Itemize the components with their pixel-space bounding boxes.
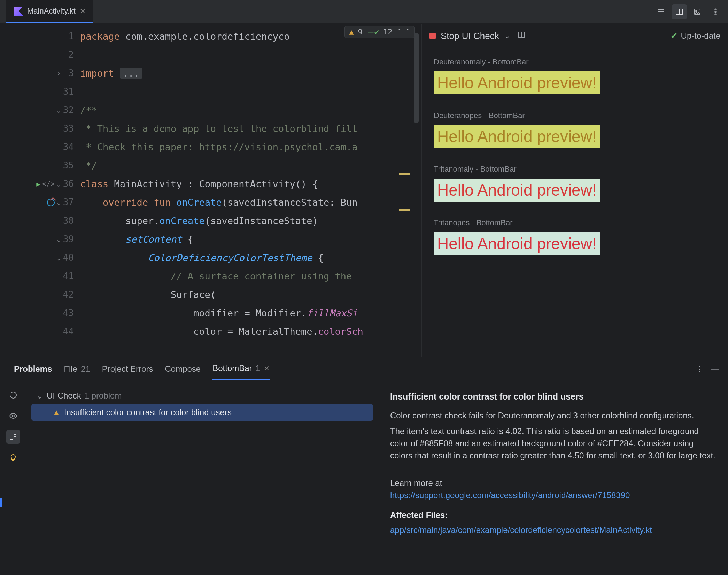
line-number: 41 [63,271,74,281]
inspection-next-icon[interactable]: ˇ [405,27,410,36]
fold-icon[interactable]: ⌄ [57,249,61,267]
preview-item[interactable]: Deuteranomaly - BottomBar Hello Android … [434,57,716,94]
stop-ui-check-button[interactable]: Stop UI Check [441,31,499,41]
editor-gutter: 1 2 ›3 31 ⌄32 33 34 35 ▶</>⌄36 ⌄37 38 ⌄3… [0,24,80,357]
preview-item-title: Tritanomaly - BottomBar [434,165,716,174]
refresh-button[interactable] [6,388,20,402]
fold-icon[interactable]: ⌄ [57,193,61,212]
preview-dropdown-icon[interactable]: ⌄ [504,31,510,40]
problems-file-tab[interactable]: File21 [64,357,90,380]
fold-icon[interactable]: ⌄ [57,230,61,249]
line-number: 34 [63,142,74,152]
preview-item-title: Tritanopes - BottomBar [434,218,716,227]
problems-tree[interactable]: ⌄ UI Check 1 problem ▲ Insufficient colo… [26,380,378,575]
weak-warning-icon: ⸺✔ [367,27,379,36]
line-number: 2 [68,49,74,60]
affected-files-heading: Affected Files: [390,509,716,521]
compose-preview-pane: Stop UI Check ⌄ ✔ Up-to-date Deuteranoma… [421,24,728,357]
svg-point-5 [715,11,716,12]
line-number: 44 [63,326,74,337]
svg-point-3 [696,10,697,12]
svg-rect-10 [10,434,13,440]
code-editor[interactable]: 1 2 ›3 31 ⌄32 33 34 35 ▶</>⌄36 ⌄37 38 ⌄3… [0,24,421,357]
preview-item[interactable]: Tritanopes - BottomBar Hello Android pre… [434,218,716,255]
line-number: 43 [63,308,74,318]
code-token: (savedInstanceState) [205,215,318,226]
preview-status: ✔ Up-to-date [671,31,720,41]
problems-tabbar: Problems File21 Project Errors Compose B… [0,357,728,380]
problems-issue-row[interactable]: ▲ Insufficient color contrast for color … [31,404,373,421]
view-split-button[interactable] [672,4,687,19]
problems-tab[interactable]: Problems [14,357,52,380]
check-icon: ✔ [671,31,677,41]
view-design-only-button[interactable] [690,4,705,19]
svg-rect-8 [522,32,525,38]
svg-point-9 [12,415,14,417]
preview-body[interactable]: Deuteranomaly - BottomBar Hello Android … [422,48,728,357]
code-token: override fun [103,197,176,208]
editor-scrollbar[interactable] [414,33,419,123]
code-token: super. [80,215,160,226]
editor-hint-marker [399,173,410,175]
preview-layout-button[interactable] [515,29,528,43]
folded-region[interactable]: ... [120,68,142,79]
preview-item[interactable]: Deuteranopes - BottomBar Hello Android p… [434,111,716,148]
close-tab-icon[interactable]: ✕ [80,7,86,15]
code-tag-icon: </> [42,175,55,193]
problems-group-row[interactable]: ⌄ UI Check 1 problem [31,387,373,404]
editor-tab-mainactivity[interactable]: MainActivity.kt ✕ [6,0,93,23]
panel-options-icon[interactable]: ⋮ [695,364,704,374]
problems-project-errors-tab[interactable]: Project Errors [102,357,153,380]
view-code-only-button[interactable] [653,4,669,19]
problems-detail-text: Color contrast check fails for Deuterano… [390,410,716,422]
inspection-prev-icon[interactable]: ˆ [397,27,401,36]
fold-icon[interactable]: › [57,64,61,82]
code-area[interactable]: ▲9 ⸺✔12 ˆ ˇ package com.example.colordef… [80,24,421,357]
problems-compose-tab[interactable]: Compose [165,357,201,380]
fold-icon[interactable]: ⌄ [57,175,61,193]
preview-item[interactable]: Tritanomaly - BottomBar Hello Android pr… [434,165,716,202]
problems-group-label: UI Check [47,391,81,401]
warning-icon: ▲ [52,408,61,417]
editor-hint-marker [399,209,410,211]
problems-panel-tools: ⋮ — [695,364,719,374]
svg-rect-1 [680,9,682,15]
preview-render: Hello Android preview! [434,232,600,255]
problems-group-count: 1 problem [85,391,122,401]
problems-detail: Insufficient color contrast for color bl… [378,380,728,575]
fold-icon[interactable]: ⌄ [57,101,61,119]
more-options-button[interactable] [708,4,723,19]
weak-warning-count: 12 [383,27,393,36]
code-token: package [80,31,120,42]
affected-file-link[interactable]: app/src/main/java/com/example/colordefic… [390,525,652,535]
code-comment: /** [80,105,97,116]
problems-panel: Problems File21 Project Errors Compose B… [0,357,728,575]
intention-bulb-button[interactable] [6,451,20,465]
close-tab-icon[interactable]: ✕ [264,364,270,372]
editor-tabbar: MainActivity.kt ✕ [0,0,728,24]
main-split: 1 2 ›3 31 ⌄32 33 34 35 ▶</>⌄36 ⌄37 38 ⌄3… [0,24,728,357]
panel-minimize-icon[interactable]: — [711,364,719,374]
code-token: onCreate [160,215,205,226]
preview-item-title: Deuteranomaly - BottomBar [434,57,716,66]
code-token: { [312,252,324,263]
preview-item-title: Deuteranopes - BottomBar [434,111,716,120]
visibility-button[interactable] [6,409,20,423]
svg-rect-2 [695,9,700,15]
learn-more-link[interactable]: https://support.google.com/accessibility… [390,490,630,500]
problems-detail-text: Learn more at [390,478,442,488]
code-token: import [80,68,114,79]
line-number: 31 [63,86,74,97]
inspection-widget[interactable]: ▲9 ⸺✔12 ˆ ˇ [344,26,415,38]
details-view-button[interactable] [6,430,20,444]
svg-rect-0 [676,9,679,15]
code-token: Surface( [80,289,216,300]
problems-bottombar-tab[interactable]: BottomBar1 ✕ [212,357,270,380]
code-token: onCreate [176,197,222,208]
code-comment: * This is a demo app to test the colorbl… [80,123,358,134]
code-comment: * Check this paper: https://vision.psych… [80,142,358,152]
chevron-down-icon[interactable]: ⌄ [36,391,43,401]
preview-render: Hello Android preview! [434,179,600,202]
run-gutter-icon[interactable]: ▶ [36,175,40,193]
override-gutter-icon[interactable] [47,199,55,206]
